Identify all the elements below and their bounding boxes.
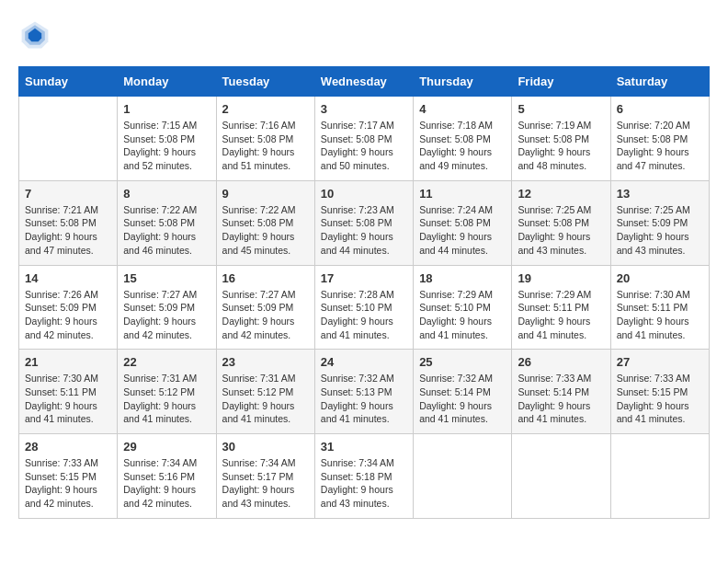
day-number: 31: [321, 440, 407, 454]
day-info: Sunrise: 7:29 AMSunset: 5:10 PMDaylight:…: [419, 288, 506, 342]
day-info: Sunrise: 7:18 AMSunset: 5:08 PMDaylight:…: [419, 119, 506, 173]
day-info: Sunrise: 7:29 AMSunset: 5:11 PMDaylight:…: [518, 288, 604, 342]
weekday-header-thursday: Thursday: [414, 67, 512, 97]
day-number: 14: [25, 271, 111, 285]
weekday-header-sunday: Sunday: [19, 67, 118, 97]
calendar-cell: 22Sunrise: 7:31 AMSunset: 5:12 PMDayligh…: [118, 350, 216, 434]
calendar-cell: 14Sunrise: 7:26 AMSunset: 5:09 PMDayligh…: [19, 265, 118, 350]
calendar-cell: 3Sunrise: 7:17 AMSunset: 5:08 PMDaylight…: [314, 97, 413, 181]
week-row-3: 21Sunrise: 7:30 AMSunset: 5:11 PMDayligh…: [19, 350, 710, 434]
day-number: 3: [321, 102, 407, 116]
day-number: 19: [518, 271, 604, 285]
calendar-cell: 27Sunrise: 7:33 AMSunset: 5:15 PMDayligh…: [610, 350, 709, 434]
day-info: Sunrise: 7:22 AMSunset: 5:08 PMDaylight:…: [222, 203, 309, 258]
calendar-cell: 4Sunrise: 7:18 AMSunset: 5:08 PMDaylight…: [414, 97, 512, 181]
day-number: 1: [123, 102, 210, 116]
day-number: 5: [518, 102, 604, 116]
calendar-cell: 2Sunrise: 7:16 AMSunset: 5:08 PMDaylight…: [216, 97, 314, 181]
calendar-cell: 17Sunrise: 7:28 AMSunset: 5:10 PMDayligh…: [314, 265, 413, 350]
day-info: Sunrise: 7:19 AMSunset: 5:08 PMDaylight:…: [518, 119, 604, 173]
week-row-2: 14Sunrise: 7:26 AMSunset: 5:09 PMDayligh…: [19, 265, 710, 350]
day-number: 28: [25, 440, 111, 454]
day-info: Sunrise: 7:26 AMSunset: 5:09 PMDaylight:…: [25, 288, 111, 342]
calendar-cell: 30Sunrise: 7:34 AMSunset: 5:17 PMDayligh…: [216, 434, 314, 519]
weekday-header-tuesday: Tuesday: [216, 67, 314, 97]
calendar-cell: 5Sunrise: 7:19 AMSunset: 5:08 PMDaylight…: [512, 97, 610, 181]
day-number: 21: [25, 355, 111, 369]
day-info: Sunrise: 7:31 AMSunset: 5:12 PMDaylight:…: [222, 372, 309, 426]
day-number: 29: [123, 440, 210, 454]
calendar-cell: 9Sunrise: 7:22 AMSunset: 5:08 PMDaylight…: [216, 180, 314, 265]
day-info: Sunrise: 7:34 AMSunset: 5:17 PMDaylight:…: [222, 456, 309, 511]
day-number: 6: [617, 102, 703, 116]
day-number: 27: [617, 355, 703, 369]
day-info: Sunrise: 7:34 AMSunset: 5:16 PMDaylight:…: [123, 456, 210, 511]
day-number: 15: [123, 271, 210, 285]
day-info: Sunrise: 7:25 AMSunset: 5:09 PMDaylight:…: [617, 203, 703, 258]
day-number: 16: [222, 271, 309, 285]
day-info: Sunrise: 7:31 AMSunset: 5:12 PMDaylight:…: [123, 372, 210, 426]
day-number: 7: [25, 187, 111, 201]
day-number: 8: [123, 187, 210, 201]
calendar-cell: 8Sunrise: 7:22 AMSunset: 5:08 PMDaylight…: [118, 180, 216, 265]
calendar-cell: 11Sunrise: 7:24 AMSunset: 5:08 PMDayligh…: [414, 180, 512, 265]
day-number: 23: [222, 355, 309, 369]
day-info: Sunrise: 7:33 AMSunset: 5:14 PMDaylight:…: [518, 372, 604, 426]
day-number: 2: [222, 102, 309, 116]
day-number: 25: [419, 355, 506, 369]
day-info: Sunrise: 7:27 AMSunset: 5:09 PMDaylight:…: [123, 288, 210, 342]
calendar-cell: 21Sunrise: 7:30 AMSunset: 5:11 PMDayligh…: [19, 350, 118, 434]
week-row-0: 1Sunrise: 7:15 AMSunset: 5:08 PMDaylight…: [19, 97, 710, 181]
day-number: 17: [321, 271, 407, 285]
calendar-cell: 24Sunrise: 7:32 AMSunset: 5:13 PMDayligh…: [314, 350, 413, 434]
day-info: Sunrise: 7:30 AMSunset: 5:11 PMDaylight:…: [617, 288, 703, 342]
day-number: 22: [123, 355, 210, 369]
calendar-cell: 31Sunrise: 7:34 AMSunset: 5:18 PMDayligh…: [314, 434, 413, 519]
calendar-body: 1Sunrise: 7:15 AMSunset: 5:08 PMDaylight…: [19, 97, 710, 519]
weekday-header-saturday: Saturday: [610, 67, 709, 97]
day-info: Sunrise: 7:32 AMSunset: 5:14 PMDaylight:…: [419, 372, 506, 426]
day-info: Sunrise: 7:33 AMSunset: 5:15 PMDaylight:…: [25, 456, 111, 511]
day-number: 10: [321, 187, 407, 201]
logo-icon: [18, 18, 51, 52]
calendar-cell: 7Sunrise: 7:21 AMSunset: 5:08 PMDaylight…: [19, 180, 118, 265]
day-info: Sunrise: 7:32 AMSunset: 5:13 PMDaylight:…: [321, 372, 407, 426]
logo: [18, 18, 57, 52]
calendar-cell: 28Sunrise: 7:33 AMSunset: 5:15 PMDayligh…: [19, 434, 118, 519]
weekday-header-row: SundayMondayTuesdayWednesdayThursdayFrid…: [19, 67, 710, 97]
day-number: 18: [419, 271, 506, 285]
calendar-cell: [414, 434, 512, 519]
day-number: 12: [518, 187, 604, 201]
calendar-cell: 1Sunrise: 7:15 AMSunset: 5:08 PMDaylight…: [118, 97, 216, 181]
day-number: 24: [321, 355, 407, 369]
calendar-cell: 10Sunrise: 7:23 AMSunset: 5:08 PMDayligh…: [314, 180, 413, 265]
week-row-4: 28Sunrise: 7:33 AMSunset: 5:15 PMDayligh…: [19, 434, 710, 519]
day-info: Sunrise: 7:34 AMSunset: 5:18 PMDaylight:…: [321, 456, 407, 511]
day-info: Sunrise: 7:25 AMSunset: 5:08 PMDaylight:…: [518, 203, 604, 258]
calendar-cell: 20Sunrise: 7:30 AMSunset: 5:11 PMDayligh…: [610, 265, 709, 350]
day-number: 11: [419, 187, 506, 201]
day-info: Sunrise: 7:27 AMSunset: 5:09 PMDaylight:…: [222, 288, 309, 342]
day-number: 30: [222, 440, 309, 454]
day-number: 13: [617, 187, 703, 201]
day-info: Sunrise: 7:16 AMSunset: 5:08 PMDaylight:…: [222, 119, 309, 173]
weekday-header-monday: Monday: [118, 67, 216, 97]
day-info: Sunrise: 7:17 AMSunset: 5:08 PMDaylight:…: [321, 119, 407, 173]
calendar-cell: 16Sunrise: 7:27 AMSunset: 5:09 PMDayligh…: [216, 265, 314, 350]
day-info: Sunrise: 7:21 AMSunset: 5:08 PMDaylight:…: [25, 203, 111, 258]
calendar-cell: [512, 434, 610, 519]
day-info: Sunrise: 7:15 AMSunset: 5:08 PMDaylight:…: [123, 119, 210, 173]
day-info: Sunrise: 7:20 AMSunset: 5:08 PMDaylight:…: [617, 119, 703, 173]
day-number: 4: [419, 102, 506, 116]
calendar-cell: 13Sunrise: 7:25 AMSunset: 5:09 PMDayligh…: [610, 180, 709, 265]
day-info: Sunrise: 7:28 AMSunset: 5:10 PMDaylight:…: [321, 288, 407, 342]
calendar: SundayMondayTuesdayWednesdayThursdayFrid…: [18, 66, 710, 519]
week-row-1: 7Sunrise: 7:21 AMSunset: 5:08 PMDaylight…: [19, 180, 710, 265]
calendar-cell: 12Sunrise: 7:25 AMSunset: 5:08 PMDayligh…: [512, 180, 610, 265]
calendar-cell: 18Sunrise: 7:29 AMSunset: 5:10 PMDayligh…: [414, 265, 512, 350]
calendar-cell: 26Sunrise: 7:33 AMSunset: 5:14 PMDayligh…: [512, 350, 610, 434]
day-number: 26: [518, 355, 604, 369]
calendar-cell: 6Sunrise: 7:20 AMSunset: 5:08 PMDaylight…: [610, 97, 709, 181]
day-info: Sunrise: 7:33 AMSunset: 5:15 PMDaylight:…: [617, 372, 703, 426]
day-info: Sunrise: 7:30 AMSunset: 5:11 PMDaylight:…: [25, 372, 111, 426]
